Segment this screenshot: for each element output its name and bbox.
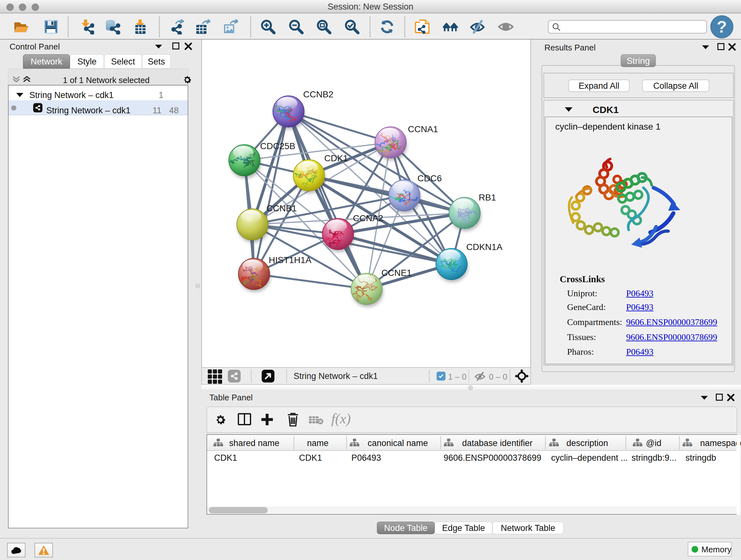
svg-text:HIST1H1A: HIST1H1A <box>269 255 312 265</box>
svg-text:CDK1: CDK1 <box>324 153 348 163</box>
svg-text:CCNA1: CCNA1 <box>408 124 438 134</box>
svg-text:RB1: RB1 <box>479 192 496 202</box>
svg-text:CCNE1: CCNE1 <box>381 268 412 278</box>
svg-text:CDKN1A: CDKN1A <box>466 242 502 252</box>
svg-text:CDC25B: CDC25B <box>260 141 295 151</box>
svg-text:CCNB1: CCNB1 <box>266 203 297 213</box>
svg-text:CCNB2: CCNB2 <box>303 89 333 99</box>
svg-text:CDC6: CDC6 <box>417 173 442 183</box>
svg-text:CCNA2: CCNA2 <box>353 213 383 223</box>
